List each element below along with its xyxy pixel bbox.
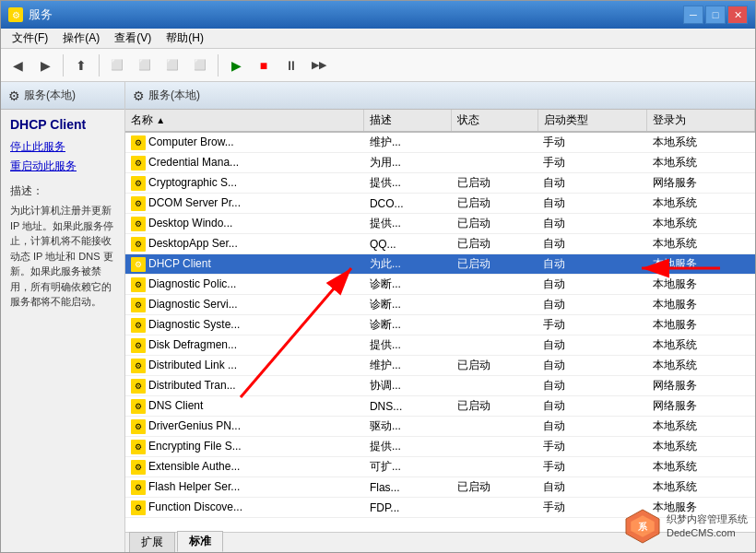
maximize-button[interactable]: □ xyxy=(705,6,726,24)
service-row-icon: ⚙ xyxy=(131,196,146,211)
toolbar: ◀ ▶ ⬆ ⬜ ⬜ ⬜ ⬜ ▶ ■ ⏸ ▶▶ xyxy=(1,49,755,82)
restart-service-link[interactable]: 重启动此服务 xyxy=(10,159,115,174)
title-bar: ⚙ 服务 ─ □ ✕ xyxy=(1,1,755,29)
start-service-button[interactable]: ▶ xyxy=(223,53,249,78)
table-row[interactable]: ⚙Diagnostic Polic...诊断...自动本地服务 xyxy=(125,275,755,295)
service-login-cell: 本地服务 xyxy=(647,275,755,295)
table-row[interactable]: ⚙DriverGenius PN...驱动...自动本地系统 xyxy=(125,417,755,437)
service-status-cell: 已启动 xyxy=(452,254,537,275)
service-name-cell: ⚙Disk Defragmen... xyxy=(125,335,364,356)
col-login[interactable]: 登录为 xyxy=(647,110,755,132)
service-startup-cell: 手动 xyxy=(537,437,647,457)
tab-expand[interactable]: 扩展 xyxy=(129,532,175,552)
menu-help[interactable]: 帮助(H) xyxy=(159,29,211,48)
service-desc-cell: 可扩... xyxy=(364,457,452,477)
service-name-cell: ⚙Flash Helper Ser... xyxy=(125,477,364,498)
table-row[interactable]: ⚙Disk Defragmen...提供...自动本地系统 xyxy=(125,335,755,356)
right-panel-header: ⚙ 服务(本地) xyxy=(125,82,755,110)
service-desc-cell: FDP... xyxy=(364,498,452,518)
service-status-cell xyxy=(452,457,537,477)
service-desc-cell: DCO... xyxy=(364,194,452,214)
table-row[interactable]: ⚙Encrypting File S...提供...手动本地系统 xyxy=(125,437,755,457)
service-row-icon: ⚙ xyxy=(131,419,146,434)
forward-button[interactable]: ▶ xyxy=(32,53,58,78)
service-name-cell: ⚙DriverGenius PN... xyxy=(125,417,364,437)
table-row[interactable]: ⚙Distributed Link ...维护...已启动自动本地系统 xyxy=(125,356,755,376)
service-row-icon: ⚙ xyxy=(131,359,146,373)
service-status-cell xyxy=(452,335,537,356)
table-row[interactable]: ⚙DHCP Client为此...已启动自动本地服务 xyxy=(125,254,755,275)
service-name-cell: ⚙DCOM Server Pr... xyxy=(125,194,364,214)
table-row[interactable]: ⚙DCOM Server Pr...DCO...已启动自动本地系统 xyxy=(125,194,755,214)
table-row[interactable]: ⚙Diagnostic Syste...诊断...手动本地服务 xyxy=(125,315,755,335)
table-row[interactable]: ⚙Cryptographic S...提供...已启动自动网络服务 xyxy=(125,173,755,194)
service-status-cell: 已启动 xyxy=(452,396,537,417)
col-desc[interactable]: 描述 xyxy=(364,110,452,132)
service-login-cell: 本地系统 xyxy=(647,234,755,254)
back-button[interactable]: ◀ xyxy=(5,53,30,78)
service-name-cell: ⚙Cryptographic S... xyxy=(125,173,364,194)
table-row[interactable]: ⚙DesktopApp Ser...QQ...已启动自动本地系统 xyxy=(125,234,755,254)
menu-action[interactable]: 操作(A) xyxy=(55,29,107,48)
resume-service-button[interactable]: ▶▶ xyxy=(306,53,332,78)
service-startup-cell: 自动 xyxy=(537,173,647,194)
delete-button[interactable]: ⬜ xyxy=(159,53,185,78)
service-startup-cell: 自动 xyxy=(537,295,647,315)
service-login-cell: 本地系统 xyxy=(647,335,755,356)
service-row-icon: ⚙ xyxy=(131,338,146,353)
table-row[interactable]: ⚙DNS ClientDNS...已启动自动网络服务 xyxy=(125,396,755,417)
service-startup-cell: 自动 xyxy=(537,194,647,214)
service-login-cell: 本地系统 xyxy=(647,457,755,477)
selected-service-name: DHCP Client xyxy=(10,117,115,132)
table-row[interactable]: ⚙Flash Helper Ser...Flas...已启动自动本地系统 xyxy=(125,477,755,498)
service-desc-cell: 维护... xyxy=(364,132,452,153)
services-table: 名称 ▲ 描述 状态 启动类型 登录为 ⚙Computer Brow...维护.… xyxy=(125,110,755,518)
service-login-cell: 网络服务 xyxy=(647,376,755,396)
service-status-cell xyxy=(452,376,537,396)
service-name-cell: ⚙Diagnostic Syste... xyxy=(125,315,364,335)
service-name-cell: ⚙Credential Mana... xyxy=(125,153,364,173)
service-row-icon: ⚙ xyxy=(131,156,146,171)
service-desc-cell: DNS... xyxy=(364,396,452,417)
close-button[interactable]: ✕ xyxy=(727,6,748,24)
paste-button[interactable]: ⬜ xyxy=(132,53,158,78)
col-status[interactable]: 状态 xyxy=(452,110,537,132)
service-desc-cell: Flas... xyxy=(364,477,452,498)
watermark-logo: 系 xyxy=(624,508,661,545)
table-row[interactable]: ⚙Credential Mana...为用...手动本地系统 xyxy=(125,153,755,173)
pause-service-button[interactable]: ⏸ xyxy=(278,53,304,78)
service-desc-cell: 提供... xyxy=(364,214,452,234)
service-login-cell: 本地系统 xyxy=(647,417,755,437)
toolbar-separator-1 xyxy=(63,54,64,76)
tab-standard[interactable]: 标准 xyxy=(177,531,223,552)
services-table-container[interactable]: 名称 ▲ 描述 状态 启动类型 登录为 ⚙Computer Brow...维护.… xyxy=(125,110,755,532)
table-row[interactable]: ⚙Diagnostic Servi...诊断...自动本地服务 xyxy=(125,295,755,315)
service-desc-cell: 驱动... xyxy=(364,417,452,437)
table-row[interactable]: ⚙Distributed Tran...协调...自动网络服务 xyxy=(125,376,755,396)
service-status-cell: 已启动 xyxy=(452,356,537,376)
table-row[interactable]: ⚙Extensible Authe...可扩...手动本地系统 xyxy=(125,457,755,477)
service-desc-cell: 提供... xyxy=(364,437,452,457)
service-login-cell: 本地系统 xyxy=(647,132,755,153)
menu-bar: 文件(F) 操作(A) 查看(V) 帮助(H) xyxy=(1,29,755,49)
stop-service-link[interactable]: 停止此服务 xyxy=(10,139,115,155)
menu-file[interactable]: 文件(F) xyxy=(5,29,55,48)
table-row[interactable]: ⚙Desktop Windo...提供...已启动自动本地系统 xyxy=(125,214,755,234)
service-desc-cell: 提供... xyxy=(364,173,452,194)
col-name[interactable]: 名称 ▲ xyxy=(125,110,364,132)
service-startup-cell: 手动 xyxy=(537,132,647,153)
stop-service-button[interactable]: ■ xyxy=(251,53,277,78)
copy-button[interactable]: ⬜ xyxy=(104,53,130,78)
minimize-button[interactable]: ─ xyxy=(683,6,703,24)
service-status-cell xyxy=(452,275,537,295)
service-row-icon: ⚙ xyxy=(131,399,146,414)
window-title: 服务 xyxy=(29,6,53,23)
properties-button[interactable]: ⬜ xyxy=(187,53,213,78)
col-startup[interactable]: 启动类型 xyxy=(537,110,647,132)
service-status-cell: 已启动 xyxy=(452,214,537,234)
toolbar-separator-3 xyxy=(218,54,219,76)
table-row[interactable]: ⚙Computer Brow...维护...手动本地系统 xyxy=(125,132,755,153)
menu-view[interactable]: 查看(V) xyxy=(107,29,159,48)
up-button[interactable]: ⬆ xyxy=(68,53,94,78)
service-startup-cell: 手动 xyxy=(537,315,647,335)
